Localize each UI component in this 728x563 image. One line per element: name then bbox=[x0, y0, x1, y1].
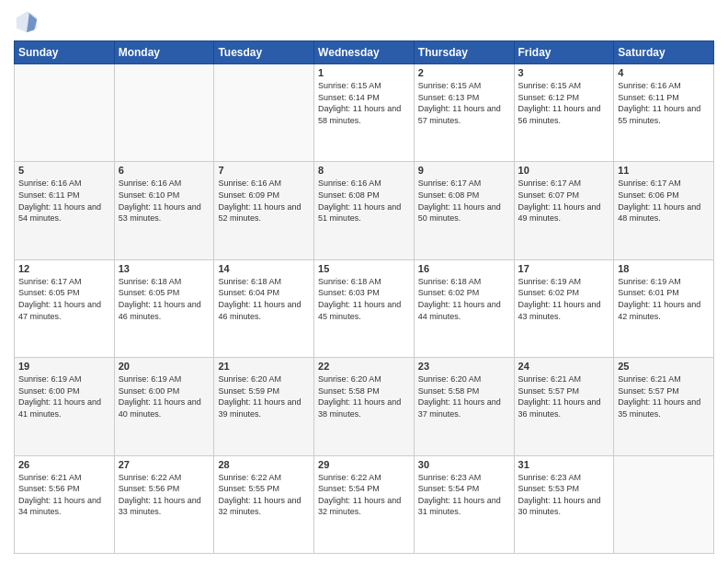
page-header bbox=[14, 9, 714, 35]
calendar-cell: 9Sunrise: 6:17 AMSunset: 6:08 PMDaylight… bbox=[414, 162, 514, 259]
day-info: Sunrise: 6:21 AMSunset: 5:57 PMDaylight:… bbox=[618, 373, 710, 419]
day-info: Sunrise: 6:21 AMSunset: 5:57 PMDaylight:… bbox=[518, 373, 610, 419]
calendar-cell: 19Sunrise: 6:19 AMSunset: 6:00 PMDayligh… bbox=[15, 358, 115, 455]
day-info: Sunrise: 6:23 AMSunset: 5:54 PMDaylight:… bbox=[418, 472, 510, 518]
weekday-header-sunday: Sunday bbox=[15, 41, 115, 64]
calendar-cell: 18Sunrise: 6:19 AMSunset: 6:01 PMDayligh… bbox=[614, 259, 714, 357]
calendar-cell: 4Sunrise: 6:16 AMSunset: 6:11 PMDaylight… bbox=[614, 64, 714, 162]
weekday-header-wednesday: Wednesday bbox=[314, 41, 415, 64]
day-number: 27 bbox=[119, 459, 210, 470]
calendar-page: SundayMondayTuesdayWednesdayThursdayFrid… bbox=[0, 0, 728, 563]
day-number: 14 bbox=[218, 263, 310, 274]
day-info: Sunrise: 6:22 AMSunset: 5:54 PMDaylight:… bbox=[318, 472, 410, 518]
day-info: Sunrise: 6:16 AMSunset: 6:11 PMDaylight:… bbox=[18, 178, 110, 224]
weekday-header-tuesday: Tuesday bbox=[214, 41, 314, 64]
day-info: Sunrise: 6:18 AMSunset: 6:05 PMDaylight:… bbox=[119, 276, 210, 322]
calendar-cell: 3Sunrise: 6:15 AMSunset: 6:12 PMDaylight… bbox=[514, 64, 614, 162]
calendar-cell: 25Sunrise: 6:21 AMSunset: 5:57 PMDayligh… bbox=[614, 358, 714, 455]
day-number: 3 bbox=[518, 67, 610, 78]
calendar-cell: 30Sunrise: 6:23 AMSunset: 5:54 PMDayligh… bbox=[414, 455, 514, 553]
day-number: 20 bbox=[119, 361, 210, 372]
weekday-header-row: SundayMondayTuesdayWednesdayThursdayFrid… bbox=[15, 41, 714, 64]
calendar-cell: 1Sunrise: 6:15 AMSunset: 6:14 PMDaylight… bbox=[314, 64, 415, 162]
weekday-header-thursday: Thursday bbox=[414, 41, 514, 64]
day-info: Sunrise: 6:18 AMSunset: 6:02 PMDaylight:… bbox=[418, 276, 510, 322]
day-info: Sunrise: 6:15 AMSunset: 6:13 PMDaylight:… bbox=[418, 80, 510, 126]
day-number: 1 bbox=[318, 67, 410, 78]
day-number: 11 bbox=[618, 165, 710, 176]
day-info: Sunrise: 6:16 AMSunset: 6:10 PMDaylight:… bbox=[119, 178, 210, 224]
day-info: Sunrise: 6:20 AMSunset: 5:58 PMDaylight:… bbox=[318, 373, 410, 419]
day-number: 12 bbox=[18, 263, 110, 274]
calendar-cell: 27Sunrise: 6:22 AMSunset: 5:56 PMDayligh… bbox=[114, 455, 214, 553]
day-info: Sunrise: 6:16 AMSunset: 6:09 PMDaylight:… bbox=[218, 178, 310, 224]
week-row-3: 12Sunrise: 6:17 AMSunset: 6:05 PMDayligh… bbox=[15, 259, 714, 357]
day-number: 30 bbox=[418, 459, 510, 470]
calendar-cell: 11Sunrise: 6:17 AMSunset: 6:06 PMDayligh… bbox=[614, 162, 714, 259]
day-number: 9 bbox=[418, 165, 510, 176]
calendar-cell: 26Sunrise: 6:21 AMSunset: 5:56 PMDayligh… bbox=[15, 455, 115, 553]
calendar-cell: 8Sunrise: 6:16 AMSunset: 6:08 PMDaylight… bbox=[314, 162, 415, 259]
calendar-cell: 23Sunrise: 6:20 AMSunset: 5:58 PMDayligh… bbox=[414, 358, 514, 455]
day-info: Sunrise: 6:19 AMSunset: 6:00 PMDaylight:… bbox=[18, 373, 110, 419]
week-row-1: 1Sunrise: 6:15 AMSunset: 6:14 PMDaylight… bbox=[15, 64, 714, 162]
day-info: Sunrise: 6:17 AMSunset: 6:08 PMDaylight:… bbox=[418, 178, 510, 224]
day-number: 19 bbox=[18, 361, 110, 372]
calendar-cell: 29Sunrise: 6:22 AMSunset: 5:54 PMDayligh… bbox=[314, 455, 415, 553]
week-row-2: 5Sunrise: 6:16 AMSunset: 6:11 PMDaylight… bbox=[15, 162, 714, 259]
day-number: 17 bbox=[518, 263, 610, 274]
day-number: 16 bbox=[418, 263, 510, 274]
day-info: Sunrise: 6:17 AMSunset: 6:07 PMDaylight:… bbox=[518, 178, 610, 224]
calendar-cell: 28Sunrise: 6:22 AMSunset: 5:55 PMDayligh… bbox=[214, 455, 314, 553]
calendar-cell: 7Sunrise: 6:16 AMSunset: 6:09 PMDaylight… bbox=[214, 162, 314, 259]
day-number: 10 bbox=[518, 165, 610, 176]
day-info: Sunrise: 6:19 AMSunset: 6:02 PMDaylight:… bbox=[518, 276, 610, 322]
day-info: Sunrise: 6:17 AMSunset: 6:06 PMDaylight:… bbox=[618, 178, 710, 224]
calendar-cell bbox=[114, 64, 214, 162]
day-number: 13 bbox=[119, 263, 210, 274]
day-number: 15 bbox=[318, 263, 410, 274]
calendar-cell: 16Sunrise: 6:18 AMSunset: 6:02 PMDayligh… bbox=[414, 259, 514, 357]
day-number: 24 bbox=[518, 361, 610, 372]
day-number: 18 bbox=[618, 263, 710, 274]
day-info: Sunrise: 6:22 AMSunset: 5:56 PMDaylight:… bbox=[119, 472, 210, 518]
calendar-cell: 22Sunrise: 6:20 AMSunset: 5:58 PMDayligh… bbox=[314, 358, 415, 455]
day-number: 8 bbox=[318, 165, 410, 176]
day-info: Sunrise: 6:16 AMSunset: 6:11 PMDaylight:… bbox=[618, 80, 710, 126]
day-number: 26 bbox=[18, 459, 110, 470]
logo-icon bbox=[14, 9, 40, 35]
calendar-cell: 17Sunrise: 6:19 AMSunset: 6:02 PMDayligh… bbox=[514, 259, 614, 357]
day-number: 2 bbox=[418, 67, 510, 78]
calendar-cell: 14Sunrise: 6:18 AMSunset: 6:04 PMDayligh… bbox=[214, 259, 314, 357]
day-number: 6 bbox=[119, 165, 210, 176]
day-info: Sunrise: 6:19 AMSunset: 6:01 PMDaylight:… bbox=[618, 276, 710, 322]
day-info: Sunrise: 6:15 AMSunset: 6:14 PMDaylight:… bbox=[318, 80, 410, 126]
weekday-header-saturday: Saturday bbox=[614, 41, 714, 64]
day-info: Sunrise: 6:21 AMSunset: 5:56 PMDaylight:… bbox=[18, 472, 110, 518]
day-info: Sunrise: 6:22 AMSunset: 5:55 PMDaylight:… bbox=[218, 472, 310, 518]
day-info: Sunrise: 6:18 AMSunset: 6:03 PMDaylight:… bbox=[318, 276, 410, 322]
calendar-cell: 15Sunrise: 6:18 AMSunset: 6:03 PMDayligh… bbox=[314, 259, 415, 357]
calendar-cell: 5Sunrise: 6:16 AMSunset: 6:11 PMDaylight… bbox=[15, 162, 115, 259]
calendar-cell: 20Sunrise: 6:19 AMSunset: 6:00 PMDayligh… bbox=[114, 358, 214, 455]
calendar-cell bbox=[15, 64, 115, 162]
day-number: 22 bbox=[318, 361, 410, 372]
day-number: 25 bbox=[618, 361, 710, 372]
day-number: 31 bbox=[518, 459, 610, 470]
calendar-cell: 12Sunrise: 6:17 AMSunset: 6:05 PMDayligh… bbox=[15, 259, 115, 357]
calendar-cell bbox=[614, 455, 714, 553]
calendar-cell: 6Sunrise: 6:16 AMSunset: 6:10 PMDaylight… bbox=[114, 162, 214, 259]
day-number: 4 bbox=[618, 67, 710, 78]
calendar-cell: 13Sunrise: 6:18 AMSunset: 6:05 PMDayligh… bbox=[114, 259, 214, 357]
week-row-4: 19Sunrise: 6:19 AMSunset: 6:00 PMDayligh… bbox=[15, 358, 714, 455]
day-info: Sunrise: 6:16 AMSunset: 6:08 PMDaylight:… bbox=[318, 178, 410, 224]
calendar-cell: 21Sunrise: 6:20 AMSunset: 5:59 PMDayligh… bbox=[214, 358, 314, 455]
day-info: Sunrise: 6:17 AMSunset: 6:05 PMDaylight:… bbox=[18, 276, 110, 322]
day-number: 29 bbox=[318, 459, 410, 470]
day-number: 23 bbox=[418, 361, 510, 372]
day-info: Sunrise: 6:18 AMSunset: 6:04 PMDaylight:… bbox=[218, 276, 310, 322]
day-number: 21 bbox=[218, 361, 310, 372]
logo bbox=[14, 9, 43, 35]
day-info: Sunrise: 6:20 AMSunset: 5:59 PMDaylight:… bbox=[218, 373, 310, 419]
day-number: 5 bbox=[18, 165, 110, 176]
